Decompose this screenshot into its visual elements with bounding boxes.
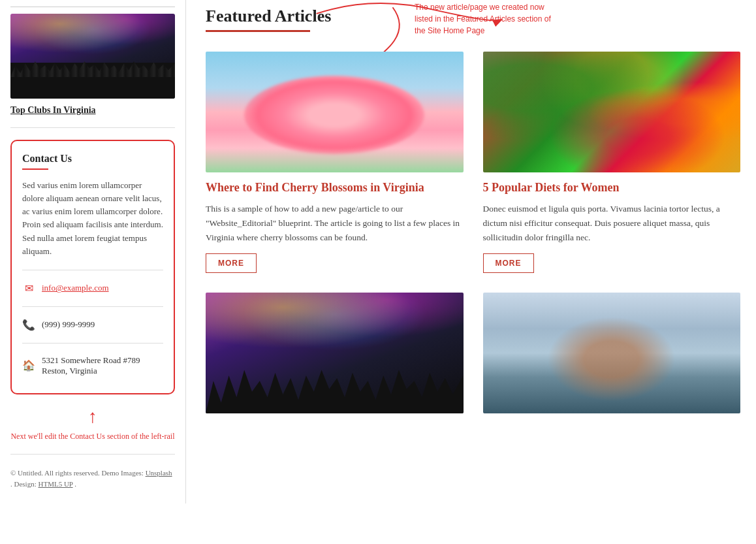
- contact-phone: (999) 999-9999: [42, 319, 95, 330]
- address-icon: 🏠: [22, 359, 35, 372]
- article-image-2: [483, 52, 741, 172]
- article-excerpt-2: Donec euismod et ligula quis porta. Viva…: [483, 202, 741, 244]
- unsplash-link[interactable]: Unsplash: [146, 469, 172, 477]
- contact-divider-1: [22, 270, 163, 270]
- articles-grid: Where to Find Cherry Blossoms in Virgini…: [206, 52, 740, 421]
- featured-title: Featured Articles: [206, 7, 331, 26]
- club-crowd: [206, 359, 464, 413]
- header-annotation-text: The new article/page we created now list…: [415, 1, 558, 36]
- contact-email-row: ✉ info@example.com: [22, 277, 163, 300]
- sidebar-divider: [10, 127, 175, 128]
- more-button-1[interactable]: MORE: [206, 253, 257, 273]
- article-image-1: [206, 52, 464, 172]
- phone-icon: 📞: [22, 319, 35, 331]
- article-excerpt-1: This is a sample of how to add a new pag…: [206, 202, 464, 244]
- contact-divider-3: [22, 343, 163, 344]
- sidebar-bottom-divider: [10, 454, 175, 455]
- article-image-4: [483, 293, 741, 413]
- article-card-3: [206, 293, 464, 421]
- sidebar-footer: © Untitled. All rights reserved. Demo Im…: [10, 468, 175, 490]
- cherry-blossom-image: [206, 52, 464, 172]
- featured-header-area: Featured Articles: [206, 7, 740, 32]
- contact-body-text: Sed varius enim lorem ullamcorper dolore…: [22, 179, 163, 258]
- contact-phone-row: 📞 (999) 999-9999: [22, 313, 163, 336]
- club-image: [206, 293, 464, 413]
- html5up-link[interactable]: HTML5 UP: [38, 480, 72, 488]
- food-image: [483, 52, 741, 172]
- article-title-1[interactable]: Where to Find Cherry Blossoms in Virgini…: [206, 180, 464, 195]
- sidebar: Top Clubs In Virginia Contact Us Sed var…: [0, 0, 186, 504]
- contact-box: Contact Us Sed varius enim lorem ullamco…: [10, 140, 175, 394]
- sidebar-annotation-area: ↑ Next we'll edit the Contact Us section…: [10, 408, 175, 442]
- article-image-3: [206, 293, 464, 413]
- featured-underline: [206, 30, 310, 32]
- article-card-2: 5 Popular Diets for Women Donec euismod …: [483, 52, 741, 273]
- main-content: Featured Articles: [186, 0, 756, 504]
- sidebar-article-title[interactable]: Top Clubs In Virginia: [10, 105, 175, 116]
- couple-image: [483, 293, 741, 413]
- article-title-2[interactable]: 5 Popular Diets for Women: [483, 180, 741, 195]
- contact-underline: [22, 168, 48, 170]
- email-icon: ✉: [22, 282, 35, 295]
- contact-address: 5321 Somewhere Road #789 Reston, Virgini…: [42, 355, 140, 376]
- contact-email-link[interactable]: info@example.com: [42, 283, 109, 293]
- more-button-2[interactable]: MORE: [483, 253, 534, 273]
- arrow-up-icon: ↑: [10, 408, 175, 426]
- sidebar-annotation-text: Next we'll edit the Contact Us section o…: [10, 431, 175, 442]
- contact-box-title: Contact Us: [22, 153, 163, 165]
- article-card-4: [483, 293, 741, 421]
- article-card-1: Where to Find Cherry Blossoms in Virgini…: [206, 52, 464, 273]
- contact-address-row: 🏠 5321 Somewhere Road #789 Reston, Virgi…: [22, 350, 163, 381]
- sidebar-article-image: [10, 14, 175, 99]
- contact-divider-2: [22, 306, 163, 307]
